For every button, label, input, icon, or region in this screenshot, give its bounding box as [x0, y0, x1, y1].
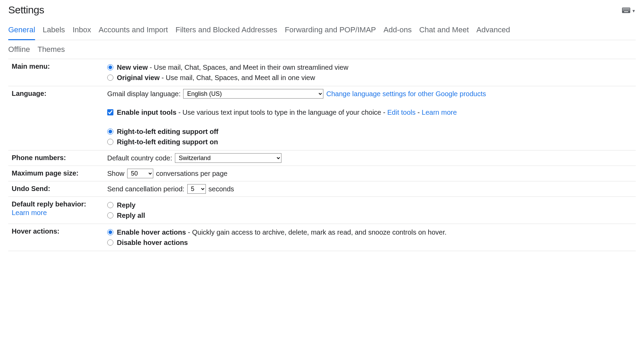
language-label: Language: [12, 89, 107, 147]
svg-rect-3 [625, 8, 625, 9]
rtl-on-label: Right-to-left editing support on [117, 137, 218, 147]
svg-rect-2 [624, 8, 624, 9]
per-page-label: conversations per page [156, 170, 227, 178]
seconds-label: seconds [209, 185, 234, 193]
tab-offline[interactable]: Offline [8, 45, 30, 54]
main-menu-original-radio[interactable] [107, 75, 113, 81]
input-tools-dropdown[interactable]: ▼ [622, 7, 636, 15]
main-menu-row: Main menu: New view - Use mail, Chat, Sp… [8, 59, 636, 86]
page-size-label: Maximum page size: [12, 169, 107, 178]
tab-advanced[interactable]: Advanced [476, 23, 510, 40]
cancel-period-label: Send cancellation period: [107, 185, 185, 193]
svg-rect-15 [624, 11, 628, 12]
tab-forwarding[interactable]: Forwarding and POP/IMAP [285, 23, 376, 40]
undo-period-select[interactable]: 5 [187, 184, 206, 194]
undo-send-row: Undo Send: Send cancellation period: 5 s… [8, 181, 636, 197]
svg-rect-8 [623, 10, 623, 10]
hover-enable-text: Enable hover actions - Quickly gain acce… [117, 227, 446, 237]
main-menu-new-radio[interactable] [107, 64, 113, 70]
reply-label: Default reply behavior: Learn more [12, 200, 107, 221]
svg-rect-6 [628, 8, 629, 9]
tab-accounts[interactable]: Accounts and Import [99, 23, 168, 40]
display-language-select[interactable]: English (US) [183, 89, 323, 99]
hover-label: Hover actions: [12, 227, 107, 248]
tab-chat-meet[interactable]: Chat and Meet [419, 23, 469, 40]
hover-disable-radio[interactable] [107, 239, 113, 246]
svg-rect-4 [626, 8, 626, 9]
show-label: Show [107, 170, 124, 178]
rtl-off-label: Right-to-left editing support off [117, 127, 218, 136]
keyboard-icon [622, 7, 630, 15]
reply-row: Default reply behavior: Learn more Reply… [8, 197, 636, 224]
reply-radio[interactable] [107, 202, 113, 208]
default-country-label: Default country code: [107, 154, 172, 162]
settings-tabs-row1: General Labels Inbox Accounts and Import… [8, 23, 636, 40]
input-tools-learn-more-link[interactable]: Learn more [422, 109, 457, 116]
tab-inbox[interactable]: Inbox [73, 23, 91, 40]
page-title: Settings [8, 4, 44, 16]
svg-rect-1 [623, 8, 623, 9]
page-size-select[interactable]: 50 [127, 169, 153, 178]
tab-themes[interactable]: Themes [37, 45, 65, 54]
main-menu-new-text: New view - Use mail, Chat, Spaces, and M… [117, 63, 348, 72]
reply-all-option-label: Reply all [117, 211, 145, 220]
tab-labels[interactable]: Labels [43, 23, 65, 40]
tab-general[interactable]: General [8, 23, 35, 40]
settings-tabs-row2: Offline Themes [8, 40, 636, 59]
rtl-off-radio[interactable] [107, 128, 113, 135]
default-country-select[interactable]: Switzerland [175, 153, 281, 163]
svg-rect-10 [625, 10, 625, 10]
enable-input-tools-text: Enable input tools - Use various text in… [117, 108, 457, 117]
svg-rect-7 [629, 8, 630, 9]
main-menu-label: Main menu: [12, 62, 107, 83]
page-size-row: Maximum page size: Show 50 conversations… [8, 166, 636, 181]
svg-rect-14 [629, 10, 630, 10]
caret-down-icon: ▼ [632, 9, 636, 13]
main-menu-original-text: Original view - Use mail, Chat, Spaces, … [117, 73, 315, 82]
reply-option-label: Reply [117, 200, 135, 210]
svg-rect-5 [627, 8, 628, 9]
hover-disable-label: Disable hover actions [117, 238, 188, 247]
enable-input-tools-checkbox[interactable] [107, 109, 113, 115]
svg-rect-9 [624, 10, 624, 10]
hover-row: Hover actions: Enable hover actions - Qu… [8, 224, 636, 251]
tab-filters[interactable]: Filters and Blocked Addresses [176, 23, 277, 40]
undo-send-label: Undo Send: [12, 184, 107, 194]
reply-learn-more-link[interactable]: Learn more [12, 209, 107, 217]
tab-addons[interactable]: Add-ons [384, 23, 412, 40]
svg-rect-12 [627, 10, 628, 10]
language-row: Language: Gmail display language: Englis… [8, 86, 636, 150]
svg-rect-11 [626, 10, 626, 10]
phone-label: Phone numbers: [12, 153, 107, 163]
phone-row: Phone numbers: Default country code: Swi… [8, 150, 636, 166]
change-language-link[interactable]: Change language settings for other Googl… [326, 90, 486, 98]
rtl-on-radio[interactable] [107, 139, 113, 145]
edit-tools-link[interactable]: Edit tools [387, 109, 415, 116]
reply-all-radio[interactable] [107, 212, 113, 218]
hover-enable-radio[interactable] [107, 229, 113, 235]
display-language-label: Gmail display language: [107, 90, 180, 98]
svg-rect-13 [628, 10, 629, 10]
